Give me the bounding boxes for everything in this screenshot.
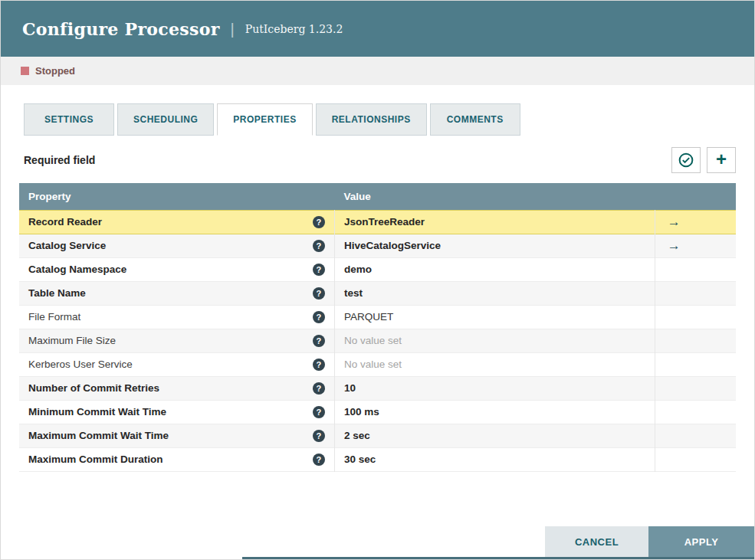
question-circle-icon[interactable]: ? xyxy=(313,382,325,395)
question-circle-icon[interactable]: ? xyxy=(313,359,325,371)
question-circle-icon[interactable]: ? xyxy=(313,311,325,323)
add-property-button[interactable]: + xyxy=(707,147,736,173)
properties-table-body: Record Reader?JsonTreeReader→Catalog Ser… xyxy=(19,210,736,471)
table-row: Maximum Commit Wait Time?2 sec xyxy=(19,424,736,447)
property-name: File Format xyxy=(28,311,80,323)
stopped-square-icon xyxy=(21,67,29,75)
dialog-title: Configure Processor xyxy=(22,19,220,39)
link-cell xyxy=(655,424,736,447)
property-value[interactable]: HiveCatalogService xyxy=(334,234,655,257)
toolbar-buttons: + xyxy=(671,147,736,173)
property-name: Maximum Commit Wait Time xyxy=(28,430,169,441)
table-header-row: Property Value xyxy=(19,183,736,210)
configure-processor-dialog: Configure Processor | PutIceberg 1.23.2 … xyxy=(0,0,755,560)
property-cell: Catalog Service? xyxy=(19,234,334,257)
column-header-property: Property xyxy=(19,183,334,210)
go-to-service-arrow-icon[interactable]: → xyxy=(668,215,681,229)
status-label: Stopped xyxy=(35,65,75,77)
property-name: Catalog Namespace xyxy=(28,264,126,275)
property-name: Catalog Service xyxy=(28,240,106,251)
link-cell: → xyxy=(655,210,736,234)
table-row: Maximum Commit Duration?30 sec xyxy=(19,447,736,471)
table-row: Number of Commit Retries?10 xyxy=(19,376,736,400)
property-name: Kerberos User Service xyxy=(28,359,133,370)
go-to-service-arrow-icon[interactable]: → xyxy=(668,238,681,253)
property-cell: Record Reader? xyxy=(19,210,334,234)
question-circle-icon[interactable]: ? xyxy=(313,406,325,418)
tab-bar: SETTINGSSCHEDULINGPROPERTIESRELATIONSHIP… xyxy=(24,103,736,136)
property-cell: File Format? xyxy=(19,305,334,329)
property-value[interactable]: PARQUET xyxy=(334,305,655,329)
property-value[interactable]: JsonTreeReader xyxy=(334,210,655,234)
property-cell: Number of Commit Retries? xyxy=(19,376,334,400)
question-circle-icon[interactable]: ? xyxy=(313,430,325,442)
properties-toolbar: Required field + xyxy=(19,146,736,174)
link-cell xyxy=(655,305,736,329)
checkmark-circle-icon xyxy=(678,152,694,168)
table-row: File Format?PARQUET xyxy=(19,305,736,329)
link-cell xyxy=(655,447,736,471)
dialog-bottom-edge xyxy=(1,557,754,559)
property-value[interactable]: 30 sec xyxy=(334,447,655,471)
question-circle-icon[interactable]: ? xyxy=(313,454,325,466)
link-cell: → xyxy=(655,234,736,257)
property-name: Maximum Commit Duration xyxy=(28,454,163,465)
table-row: Catalog Service?HiveCatalogService→ xyxy=(19,234,736,257)
table-row: Maximum File Size?No value set xyxy=(19,329,736,352)
property-value[interactable]: 10 xyxy=(334,376,655,400)
property-cell: Table Name? xyxy=(19,281,334,305)
link-cell xyxy=(655,329,736,352)
property-value[interactable]: No value set xyxy=(334,352,655,376)
property-value[interactable]: No value set xyxy=(334,329,655,352)
column-header-link xyxy=(655,183,736,210)
property-value[interactable]: demo xyxy=(334,257,655,281)
tab-comments[interactable]: COMMENTS xyxy=(430,103,520,136)
question-circle-icon[interactable]: ? xyxy=(313,216,325,228)
link-cell xyxy=(655,376,736,400)
property-value[interactable]: 100 ms xyxy=(334,400,655,424)
property-name: Table Name xyxy=(28,287,86,299)
property-cell: Kerberos User Service? xyxy=(19,352,334,376)
table-row: Record Reader?JsonTreeReader→ xyxy=(19,210,736,234)
dialog-footer: CANCEL APPLY xyxy=(545,526,754,557)
table-row: Kerberos User Service?No value set xyxy=(19,352,736,376)
question-circle-icon[interactable]: ? xyxy=(313,287,325,300)
plus-icon: + xyxy=(716,150,727,169)
link-cell xyxy=(655,257,736,281)
property-cell: Maximum Commit Wait Time? xyxy=(19,424,334,447)
table-row: Minimum Commit Wait Time?100 ms xyxy=(19,400,736,424)
apply-button[interactable]: APPLY xyxy=(648,526,754,557)
property-value[interactable]: 2 sec xyxy=(334,424,655,447)
property-cell: Maximum File Size? xyxy=(19,329,334,352)
dialog-header: Configure Processor | PutIceberg 1.23.2 xyxy=(1,1,754,57)
tab-relationships[interactable]: RELATIONSHIPS xyxy=(316,103,427,136)
column-header-value: Value xyxy=(334,183,655,210)
table-row: Catalog Namespace?demo xyxy=(19,257,736,281)
question-circle-icon[interactable]: ? xyxy=(313,335,325,347)
properties-panel: SETTINGSSCHEDULINGPROPERTIESRELATIONSHIP… xyxy=(1,85,754,559)
tab-properties[interactable]: PROPERTIES xyxy=(217,103,312,136)
property-cell: Maximum Commit Duration? xyxy=(19,447,334,471)
table-row: Table Name?test xyxy=(19,281,736,305)
question-circle-icon[interactable]: ? xyxy=(313,240,325,252)
link-cell xyxy=(655,281,736,305)
property-name: Record Reader xyxy=(28,216,102,228)
link-cell xyxy=(655,400,736,424)
property-name: Number of Commit Retries xyxy=(28,382,159,394)
property-name: Maximum File Size xyxy=(28,335,116,346)
property-cell: Minimum Commit Wait Time? xyxy=(19,400,334,424)
cancel-button[interactable]: CANCEL xyxy=(545,526,648,557)
processor-name-version: PutIceberg 1.23.2 xyxy=(245,23,343,35)
verify-properties-button[interactable] xyxy=(671,147,701,173)
tab-scheduling[interactable]: SCHEDULING xyxy=(117,103,214,136)
status-bar: Stopped xyxy=(1,57,754,85)
properties-table: Property Value Record Reader?JsonTreeRea… xyxy=(19,183,736,472)
property-cell: Catalog Namespace? xyxy=(19,257,334,281)
property-name: Minimum Commit Wait Time xyxy=(28,406,166,418)
question-circle-icon[interactable]: ? xyxy=(313,264,325,276)
required-field-label: Required field xyxy=(24,154,95,166)
property-value[interactable]: test xyxy=(334,281,655,305)
tab-settings[interactable]: SETTINGS xyxy=(24,103,114,136)
link-cell xyxy=(655,352,736,376)
title-separator: | xyxy=(231,21,235,38)
